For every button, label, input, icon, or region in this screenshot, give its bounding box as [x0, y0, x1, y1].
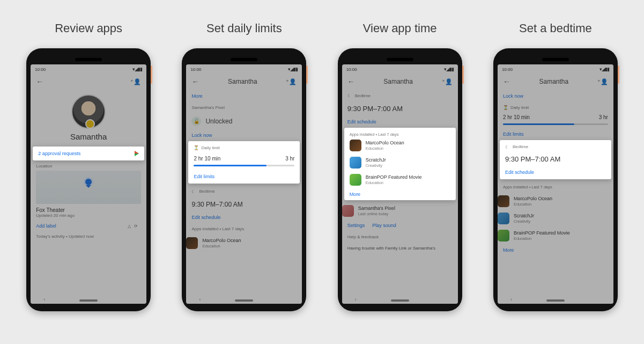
bedtime-label: ☾Bedtime	[186, 186, 302, 197]
phone-frame-2: 10:00 ▾◢▮▮ ← Samantha ⁺👤 More Samantha's…	[182, 48, 306, 311]
nav-chevron-left-icon[interactable]: ‹	[199, 297, 201, 302]
bedtime-range: 9:30 PM–7:00 AM	[505, 155, 606, 163]
col-daily-limits: Set daily limits 10:00 ▾◢▮▮ ← Samantha ⁺…	[172, 21, 316, 311]
caption-3: View app time	[363, 21, 437, 35]
app-icon	[350, 140, 361, 151]
screen-1: 10:00 ▾◢▮▮ ← ⁺👤 Samantha 2 approval requ…	[31, 64, 146, 304]
nav-pill[interactable]	[546, 299, 565, 302]
moon-icon: ☾	[505, 145, 510, 150]
location-section: Location Fox Theater Updated 20 min ago …	[31, 160, 146, 242]
apps-card: Apps installed • Last 7 days MarcoPolo O…	[344, 128, 456, 200]
app-icon	[498, 213, 509, 224]
edit-schedule-link[interactable]: Edit schedule	[186, 211, 302, 223]
clock: 10:00	[190, 67, 201, 72]
app-row-marco[interactable]: MarcoPolo OceanEducation	[498, 193, 613, 210]
daily-limit-card: ⏳Daily limit 2 hr 10 min 3 hr Edit limit…	[188, 141, 300, 184]
statusbar: 10:00 ▾◢▮▮	[31, 64, 146, 74]
phones-row: Review apps 10:00 ▾◢▮▮ ← ⁺👤 Samantha 2 a…	[0, 0, 644, 311]
play-sound-link[interactable]: Play sound	[372, 223, 396, 228]
limit-bar	[194, 165, 294, 166]
signal-icons: ▾◢▮▮	[444, 67, 454, 72]
app-row-scratch[interactable]: ScratchJrCreativity	[498, 210, 613, 227]
app-row-scratch[interactable]: ScratchJrCreativity	[350, 154, 450, 171]
app-row-brainpop[interactable]: BrainPOP Featured MovieEducation	[350, 171, 450, 188]
statusbar: 10:00 ▾◢▮▮	[186, 64, 302, 74]
warning-icon[interactable]: △	[128, 224, 134, 229]
nav-pill[interactable]	[235, 299, 253, 302]
play-store-icon	[135, 151, 139, 156]
unlocked-text: Unlocked	[205, 118, 232, 125]
add-person-icon[interactable]: ⁺👤	[130, 78, 141, 85]
edit-limits-link[interactable]: Edit limits	[498, 128, 613, 140]
app-icon	[350, 157, 361, 169]
refresh-icon[interactable]: ⟳	[134, 224, 141, 229]
back-icon[interactable]: ←	[503, 77, 510, 86]
appbar: ← Samantha ⁺👤	[342, 74, 458, 90]
app-icon	[498, 230, 509, 241]
bedtime-range: 9:30 PM–7:00 AM	[342, 101, 458, 116]
hourglass-icon: ⏳	[503, 105, 508, 110]
caption-4: Set a bedtime	[519, 21, 592, 35]
appbar-title: Samantha	[539, 78, 569, 85]
screen-3: 10:00 ▾◢▮▮ ← Samantha ⁺👤 ☾Bedtime 9:30 P…	[342, 64, 458, 304]
add-label-link[interactable]: Add label	[36, 223, 56, 229]
apps-installed-label: Apps installed • Last 7 days	[186, 223, 302, 235]
back-icon[interactable]: ←	[191, 77, 199, 86]
clock: 10:00	[502, 67, 513, 72]
more-link[interactable]: More	[498, 244, 613, 256]
lock-now-link[interactable]: Lock now	[186, 129, 302, 141]
edit-schedule-link[interactable]: Edit schedule	[342, 116, 458, 128]
back-icon[interactable]: ←	[36, 77, 43, 86]
phone-frame-1: 10:00 ▾◢▮▮ ← ⁺👤 Samantha 2 approval requ…	[26, 48, 151, 311]
nav-chevron-left-icon[interactable]: ‹	[510, 297, 512, 302]
child-avatar[interactable]	[71, 94, 106, 129]
edit-limits-link[interactable]: Edit limits	[194, 174, 294, 179]
app-row-marco[interactable]: MarcoPolo OceanEducation	[350, 137, 450, 154]
signal-icons: ▾◢▮▮	[288, 67, 298, 72]
device-row[interactable]: Samantha's PixelLast online today	[342, 202, 458, 219]
app-row-brainpop[interactable]: BrainPOP Featured MovieEducation	[498, 227, 613, 244]
clock: 10:00	[35, 67, 46, 72]
more-link[interactable]: More	[350, 192, 450, 197]
activity-label: Today's activity • Updated now	[36, 234, 141, 239]
lock-now-link[interactable]: Lock now	[498, 90, 613, 102]
clock: 10:00	[346, 67, 357, 72]
app-icon	[350, 174, 361, 186]
approval-text: 2 approval requests	[38, 151, 80, 156]
location-map[interactable]	[36, 171, 141, 204]
lock-open-icon: 🔓	[191, 116, 201, 126]
add-person-icon[interactable]: ⁺👤	[597, 78, 608, 85]
edit-schedule-link[interactable]: Edit schedule	[505, 170, 606, 175]
appbar: ← Samantha ⁺👤	[186, 74, 302, 90]
phone-frame-3: 10:00 ▾◢▮▮ ← Samantha ⁺👤 ☾Bedtime 9:30 P…	[338, 48, 462, 311]
screen-2: 10:00 ▾◢▮▮ ← Samantha ⁺👤 More Samantha's…	[186, 64, 302, 304]
bedtime-range: 9:30 PM–7:00 AM	[186, 197, 302, 211]
col-review-apps: Review apps 10:00 ▾◢▮▮ ← ⁺👤 Samantha 2 a…	[16, 21, 161, 311]
back-icon[interactable]: ←	[347, 77, 355, 86]
app-icon	[186, 237, 198, 249]
nav-pill[interactable]	[391, 299, 409, 302]
app-row-marco[interactable]: MarcoPolo Ocean Education	[186, 235, 302, 252]
phone-frame-4: 10:00 ▾◢▮▮ ← Samantha ⁺👤 Lock now ⏳Daily…	[493, 48, 618, 311]
nav-pill[interactable]	[79, 299, 98, 302]
nav-chevron-left-icon[interactable]: ‹	[43, 297, 45, 302]
daily-limit-label: ⏳Daily limit	[194, 145, 294, 150]
col-view-app-time: View app time 10:00 ▾◢▮▮ ← Samantha ⁺👤 ☾…	[328, 21, 472, 311]
approval-requests-card[interactable]: 2 approval requests	[33, 147, 144, 160]
unlocked-row: 🔓 Unlocked	[186, 113, 302, 129]
bedtime-label: ☾Bedtime	[505, 144, 606, 149]
moon-icon: ☾	[191, 189, 196, 194]
settings-link[interactable]: Settings	[347, 223, 365, 228]
apps-installed-label: Apps installed • Last 7 days	[350, 132, 450, 137]
device-label: Samantha's Pixel	[186, 102, 302, 113]
more-link[interactable]: More	[186, 90, 302, 102]
hourglass-icon: ⏳	[194, 145, 198, 150]
bedtime-card: ☾Bedtime 9:30 PM–7:00 AM Edit schedule	[500, 140, 611, 179]
location-label: Location	[36, 164, 141, 169]
apps-installed-label: Apps installed • Last 7 days	[498, 181, 613, 193]
add-person-icon[interactable]: ⁺👤	[442, 78, 453, 85]
nav-chevron-left-icon[interactable]: ‹	[355, 297, 357, 302]
statusbar: 10:00 ▾◢▮▮	[342, 64, 458, 74]
place-name: Fox Theater	[36, 207, 141, 213]
add-person-icon[interactable]: ⁺👤	[286, 78, 297, 85]
